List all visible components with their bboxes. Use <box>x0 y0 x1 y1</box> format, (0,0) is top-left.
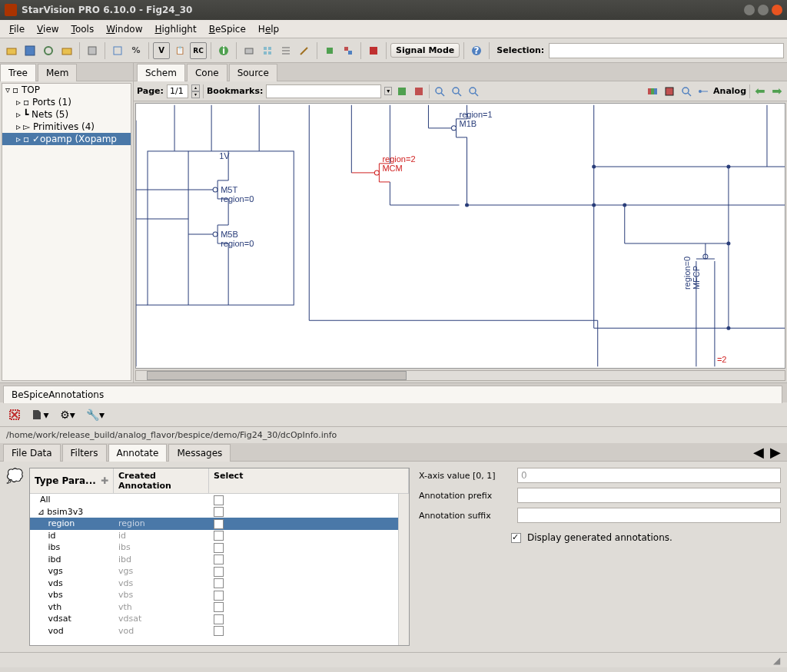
param-table-scrollbar[interactable] <box>398 494 409 645</box>
menu-highlight[interactable]: Highlight <box>148 22 202 36</box>
table-row[interactable]: vthvth <box>30 601 398 614</box>
list-icon[interactable] <box>277 42 294 59</box>
tab-file-data[interactable]: File Data <box>3 444 61 462</box>
info-icon[interactable]: i <box>215 42 232 59</box>
maximize-button[interactable] <box>758 5 769 15</box>
save-icon[interactable] <box>22 42 38 59</box>
tab-filters[interactable]: Filters <box>62 444 107 462</box>
schematic-canvas[interactable]: 1V M5T region=0 M5B region=0 <box>135 103 785 369</box>
nav2-icon[interactable] <box>340 42 357 59</box>
select-checkbox[interactable] <box>214 567 224 577</box>
select-checkbox[interactable] <box>214 591 224 601</box>
tab-bespice-annotations[interactable]: BeSpiceAnnotations <box>3 386 782 403</box>
suffix-input[interactable] <box>517 508 781 523</box>
undo-icon[interactable] <box>84 42 101 59</box>
wrench-dropdown[interactable]: 🔧▾ <box>85 406 106 423</box>
gear-dropdown[interactable]: ⚙▾ <box>57 406 78 423</box>
bookmark-add-icon[interactable] <box>395 84 409 98</box>
table-row[interactable]: ibsibs <box>30 541 398 554</box>
col-select[interactable]: Select <box>209 468 409 493</box>
bookmarks-combo[interactable] <box>266 84 381 98</box>
tree-item-primitives[interactable]: ▹▻ Primitives (4) <box>2 121 131 133</box>
nav1-icon[interactable] <box>321 42 338 59</box>
page-spinner[interactable]: ▴▾ <box>191 84 200 98</box>
find-icon[interactable] <box>679 84 693 98</box>
menu-bespice[interactable]: BeSpice <box>203 22 252 36</box>
select-checkbox[interactable] <box>214 543 224 553</box>
col-type-param[interactable]: Type Para...✚ <box>30 468 114 493</box>
tab-source[interactable]: Source <box>229 64 277 81</box>
v-button[interactable]: V <box>153 42 170 59</box>
tree-item-top[interactable]: ▿▫ TOP <box>2 84 131 96</box>
table-row[interactable]: vbsvbs <box>30 589 398 601</box>
tab-tree[interactable]: Tree <box>0 64 36 81</box>
tree-item-ports[interactable]: ▹▫ Ports (1) <box>2 96 131 108</box>
zoom-out-icon[interactable] <box>467 84 480 98</box>
select-checkbox[interactable] <box>214 578 224 588</box>
view-icon[interactable] <box>662 84 676 98</box>
schematic-scrollbar-h[interactable] <box>135 370 785 381</box>
select-checkbox[interactable] <box>214 626 224 636</box>
menu-view[interactable]: View <box>31 22 65 36</box>
table-row[interactable]: vdsvds <box>30 578 398 590</box>
col-created-annotation[interactable]: Created Annotation <box>114 468 209 493</box>
rc-button[interactable]: RC <box>190 42 207 59</box>
nav-next-icon[interactable]: ▶ <box>767 443 784 461</box>
percent-icon[interactable]: % <box>128 42 144 59</box>
back-icon[interactable]: ⬅ <box>753 84 767 98</box>
table-row[interactable]: ⊿ bsim3v3 <box>30 506 398 518</box>
refresh-icon[interactable] <box>40 42 57 59</box>
pencil-icon[interactable] <box>296 42 313 59</box>
table-row[interactable]: vdsatvdsat <box>30 613 398 625</box>
menu-file[interactable]: File <box>3 22 31 36</box>
bookmark-del-icon[interactable] <box>412 84 426 98</box>
select-checkbox[interactable] <box>214 614 224 624</box>
menu-window[interactable]: Window <box>100 22 148 36</box>
table-row[interactable]: regionregion <box>30 518 398 530</box>
table-row[interactable]: ibdibd <box>30 554 398 566</box>
table-row[interactable]: All <box>30 494 398 506</box>
color-icon[interactable] <box>646 84 659 98</box>
tab-mem[interactable]: Mem <box>38 64 77 81</box>
display-checkbox[interactable] <box>511 533 521 543</box>
open-icon[interactable] <box>3 42 20 59</box>
signal-mode-button[interactable]: Signal Mode <box>390 43 460 58</box>
file-dropdown[interactable]: ▾ <box>29 406 51 423</box>
bookmark-dropdown[interactable]: ▾ <box>384 87 392 95</box>
select-checkbox[interactable] <box>214 554 224 564</box>
wire-icon[interactable] <box>696 84 710 98</box>
select-checkbox[interactable] <box>214 507 224 517</box>
help-icon[interactable]: ? <box>468 42 485 59</box>
table-row[interactable]: idid <box>30 530 398 542</box>
tab-schem[interactable]: Schem <box>137 64 185 81</box>
select-checkbox[interactable] <box>214 519 224 529</box>
select-checkbox[interactable] <box>214 495 224 505</box>
table-row[interactable]: vodvod <box>30 625 398 637</box>
speech-icon[interactable]: 💭 <box>6 468 25 646</box>
close-button[interactable] <box>772 5 782 15</box>
reload-icon[interactable] <box>58 42 75 59</box>
tree-item-opamp[interactable]: ▹▫ ✓opamp (Xopamp <box>2 133 131 145</box>
param-table-body[interactable]: All ⊿ bsim3v3 regionregion idid ibsibs i… <box>30 494 398 645</box>
zoom-in-icon[interactable] <box>450 84 463 98</box>
forward-icon[interactable]: ➡ <box>770 84 784 98</box>
selection-input[interactable] <box>549 43 784 58</box>
xaxis-input[interactable] <box>517 468 781 483</box>
page-input[interactable] <box>167 84 188 98</box>
tab-messages[interactable]: Messages <box>168 444 231 462</box>
menu-help[interactable]: Help <box>252 22 285 36</box>
prefix-input[interactable] <box>517 488 781 503</box>
delete-icon[interactable] <box>6 406 23 423</box>
stop-icon[interactable] <box>365 42 382 59</box>
db-icon[interactable] <box>109 42 126 59</box>
menu-tools[interactable]: Tools <box>65 22 101 36</box>
select-checkbox[interactable] <box>214 602 224 612</box>
print-icon[interactable] <box>241 42 257 59</box>
select-checkbox[interactable] <box>214 531 224 541</box>
grid-icon[interactable] <box>259 42 276 59</box>
table-row[interactable]: vgsvgs <box>30 565 398 578</box>
nav-prev-icon[interactable]: ◀ <box>750 443 767 461</box>
minimize-button[interactable] <box>744 5 755 15</box>
zoom-fit-icon[interactable] <box>433 84 447 98</box>
i-button[interactable]: 📋 <box>171 42 188 59</box>
